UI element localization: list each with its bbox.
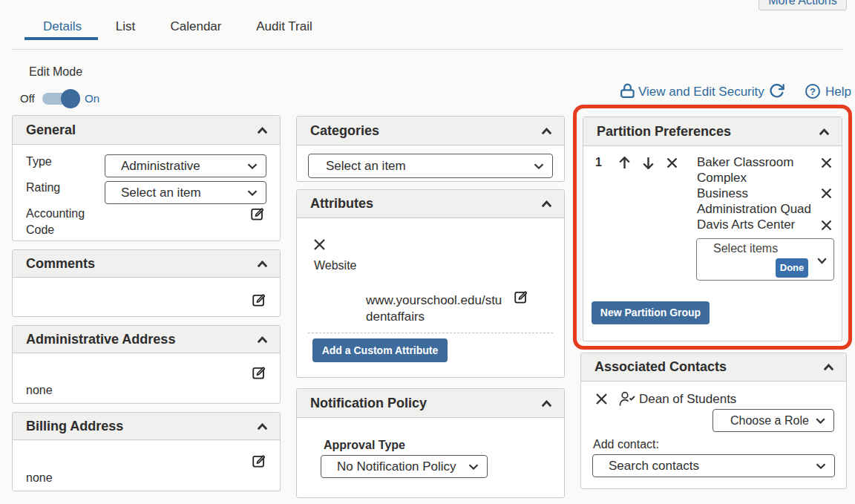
svg-text:?: ? — [810, 86, 816, 97]
